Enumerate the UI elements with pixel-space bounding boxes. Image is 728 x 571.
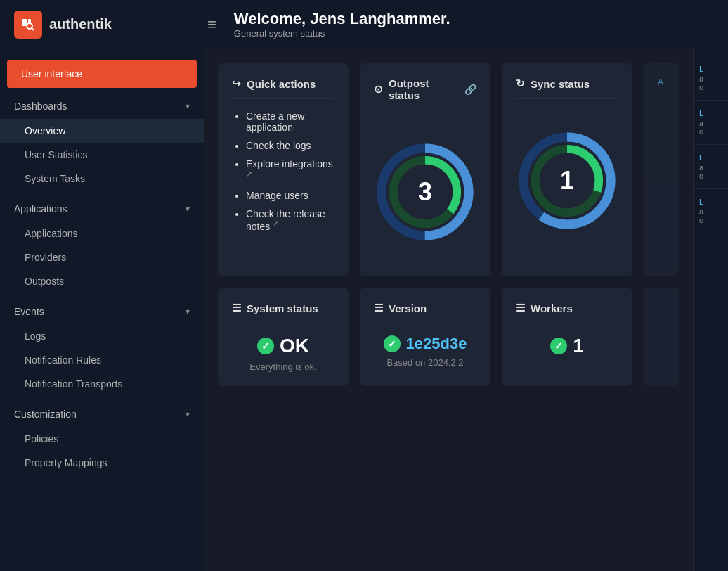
logo-icon — [14, 11, 42, 39]
right-panel-item: L a o — [694, 101, 728, 145]
quick-actions-card: ↪ Quick actions Create a new application… — [218, 63, 349, 276]
sidebar-section-header-dashboards[interactable]: Dashboards ▾ — [0, 94, 204, 119]
right-panel-content: L a o L a o L a o L a o — [694, 49, 728, 240]
outpost-donut-chart: 3 — [374, 129, 476, 255]
workers-icon: ☰ — [516, 302, 525, 314]
right-panel-item: L a o — [694, 145, 728, 189]
hamburger-button[interactable]: ≡ — [204, 12, 220, 37]
sync-status-header: ↻ Sync status — [516, 77, 618, 99]
external-link-icon: ↗ — [273, 219, 279, 228]
check-icon: ✓ — [384, 335, 401, 352]
chevron-down-icon: ▾ — [186, 101, 190, 111]
sidebar-item-user-statistics[interactable]: User Statistics — [0, 143, 204, 167]
version-link[interactable]: 1e25d3e — [406, 335, 467, 353]
sidebar-item-outposts[interactable]: Outposts — [0, 269, 204, 293]
version-value: ✓ 1e25d3e — [374, 335, 476, 353]
system-status-icon: ☰ — [232, 302, 241, 314]
top-header: authentik ≡ Welcome, Jens Langhammer. Ge… — [0, 0, 728, 49]
svg-rect-0 — [22, 19, 27, 26]
list-item: Check the release notes ↗ — [246, 208, 334, 233]
chevron-down-icon: ▾ — [186, 307, 190, 316]
version-icon: ☰ — [374, 302, 383, 314]
right-panel-link[interactable]: L — [699, 109, 722, 117]
sidebar-item-notification-rules[interactable]: Notification Rules — [0, 348, 204, 372]
version-description: Based on 2024.2.2 — [374, 357, 476, 368]
outpost-count: 3 — [418, 177, 432, 207]
sidebar-section-events: Events ▾ Logs Notification Rules Notific… — [0, 299, 204, 396]
sidebar-section-label-dashboards: Dashboards — [14, 101, 67, 112]
sidebar-section-customization: Customization ▾ Policies Property Mappin… — [0, 402, 204, 475]
list-item: Create a new application — [246, 110, 334, 133]
sync-count: 1 — [560, 166, 574, 195]
sidebar-item-notification-transports[interactable]: Notification Transports — [0, 372, 204, 396]
page-title: Welcome, Jens Langhammer. — [234, 10, 450, 28]
version-card: ☰ Version ✓ 1e25d3e Based on 2024.2.2 — [360, 288, 490, 386]
quick-actions-list: Create a new application Check the logs … — [232, 110, 334, 232]
partial-status-card — [644, 288, 679, 386]
partial-card: A — [644, 63, 679, 276]
manage-users-link[interactable]: Manage users — [246, 190, 308, 201]
right-panel: L a o L a o L a o L a o — [693, 49, 728, 571]
outpost-status-title: Outpost status — [389, 77, 456, 101]
system-status-card: ☰ System status ✓ OK Everything is ok. — [218, 288, 349, 386]
sync-status-title: Sync status — [531, 78, 590, 90]
sidebar-item-logs[interactable]: Logs — [0, 324, 204, 348]
create-new-application-link[interactable]: Create a new application — [246, 110, 304, 133]
outpost-status-icon: ⊙ — [374, 83, 383, 96]
quick-actions-header: ↪ Quick actions — [232, 77, 334, 99]
outpost-donut-container: 3 — [374, 122, 476, 262]
sidebar-section-header-events[interactable]: Events ▾ — [0, 299, 204, 324]
workers-value: ✓ 1 — [516, 335, 618, 357]
logo-area: authentik — [14, 11, 204, 39]
sidebar-section-label-applications: Applications — [14, 203, 67, 214]
check-release-notes-link[interactable]: Check the release notes ↗ — [246, 208, 325, 233]
right-panel-item: L a o — [694, 189, 728, 233]
page-subtitle: General system status — [234, 28, 450, 39]
workers-card: ☰ Workers ✓ 1 — [502, 288, 632, 386]
sidebar-section-header-applications[interactable]: Applications ▾ — [0, 196, 204, 222]
sidebar-item-user-interface[interactable]: User interface — [7, 60, 197, 88]
external-link-icon: ↗ — [246, 169, 252, 178]
header-title-area: Welcome, Jens Langhammer. General system… — [234, 10, 450, 39]
outpost-link-icon[interactable]: 🔗 — [464, 84, 476, 95]
sidebar-item-providers[interactable]: Providers — [0, 245, 204, 269]
sync-status-icon: ↻ — [516, 77, 525, 90]
content-area: ↪ Quick actions Create a new application… — [204, 49, 693, 571]
chevron-down-icon: ▾ — [186, 409, 190, 419]
sync-donut-container: 1 — [516, 110, 618, 251]
version-title: Version — [389, 302, 427, 314]
chevron-down-icon: ▾ — [186, 204, 190, 214]
sidebar-section-header-customization[interactable]: Customization ▾ — [0, 402, 204, 427]
workers-title: Workers — [531, 302, 573, 314]
check-icon: ✓ — [550, 338, 567, 354]
sync-donut-chart: 1 — [516, 117, 618, 244]
sidebar-section-applications: Applications ▾ Applications Providers Ou… — [0, 196, 204, 293]
outpost-status-card: ⊙ Outpost status 🔗 — [360, 63, 490, 276]
right-panel-link[interactable]: L — [699, 65, 722, 73]
sidebar-item-property-mappings[interactable]: Property Mappings — [0, 451, 204, 475]
sidebar-item-overview[interactable]: Overview — [0, 119, 204, 143]
main-layout: User interface Dashboards ▾ Overview Use… — [0, 49, 728, 571]
list-item: Explore integrations ↗ — [246, 158, 334, 183]
check-icon: ✓ — [257, 338, 274, 354]
right-panel-link[interactable]: L — [699, 153, 722, 162]
outpost-status-header: ⊙ Outpost status 🔗 — [374, 77, 476, 110]
system-status-value: ✓ OK — [232, 335, 334, 357]
check-logs-link[interactable]: Check the logs — [246, 140, 311, 151]
system-status-description: Everything is ok. — [232, 361, 334, 372]
sidebar-item-applications[interactable]: Applications — [0, 222, 204, 245]
top-cards-row: ↪ Quick actions Create a new application… — [218, 63, 679, 276]
sidebar-item-policies[interactable]: Policies — [0, 427, 204, 451]
sidebar-item-system-tasks[interactable]: System Tasks — [0, 167, 204, 191]
quick-actions-title: Quick actions — [247, 78, 316, 90]
sidebar-section-dashboards: Dashboards ▾ Overview User Statistics Sy… — [0, 94, 204, 191]
sidebar: User interface Dashboards ▾ Overview Use… — [0, 49, 204, 571]
right-panel-link[interactable]: L — [699, 198, 722, 206]
explore-integrations-link[interactable]: Explore integrations ↗ — [246, 158, 333, 183]
system-status-header: ☰ System status — [232, 302, 334, 323]
logo-text: authentik — [49, 16, 112, 32]
system-status-title: System status — [247, 302, 318, 314]
list-item: Manage users — [246, 190, 334, 201]
svg-point-2 — [27, 23, 32, 29]
quick-actions-icon: ↪ — [232, 77, 241, 90]
